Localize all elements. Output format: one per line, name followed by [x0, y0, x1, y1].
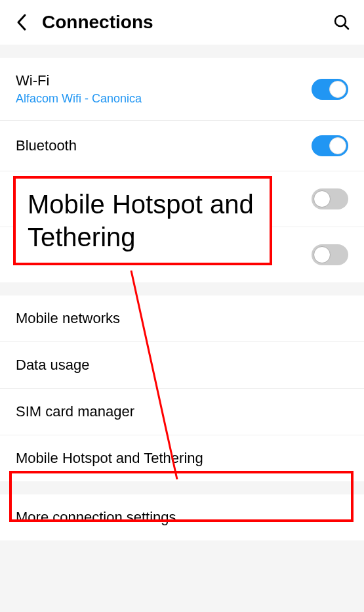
annotation-callout: Mobile Hotspot and Tethering: [13, 176, 272, 265]
page-title: Connections: [42, 12, 333, 33]
bluetooth-toggle[interactable]: [312, 135, 348, 156]
wifi-sub: Alfacom Wifi - Canonica: [16, 92, 312, 106]
callout-text: Mobile Hotspot and Tethering: [28, 190, 254, 251]
more-label: More connection settings: [16, 509, 176, 526]
wifi-label: Wi-Fi: [16, 72, 312, 89]
row-data-usage[interactable]: Data usage: [0, 342, 364, 389]
mobile-networks-label: Mobile networks: [16, 310, 120, 327]
row-more[interactable]: More connection settings: [0, 494, 364, 540]
back-icon[interactable]: [13, 14, 30, 31]
row-sim[interactable]: SIM card manager: [0, 389, 364, 435]
data-usage-label: Data usage: [16, 357, 90, 374]
row-hotspot[interactable]: Mobile Hotspot and Tethering: [0, 435, 364, 481]
header: Connections: [0, 0, 364, 45]
row-wifi[interactable]: Wi-Fi Alfacom Wifi - Canonica: [0, 58, 364, 121]
nfc-toggle[interactable]: [312, 188, 348, 209]
sim-label: SIM card manager: [16, 403, 134, 420]
search-icon[interactable]: [333, 13, 351, 32]
row-bluetooth[interactable]: Bluetooth: [0, 121, 364, 171]
wifi-toggle[interactable]: [312, 79, 348, 100]
section-network: Mobile networks Data usage SIM card mana…: [0, 295, 364, 481]
row-mobile-networks[interactable]: Mobile networks: [0, 295, 364, 342]
bluetooth-label: Bluetooth: [16, 137, 312, 154]
section-more: More connection settings: [0, 494, 364, 540]
airplane-toggle[interactable]: [312, 244, 348, 265]
hotspot-label: Mobile Hotspot and Tethering: [16, 450, 203, 467]
svg-line-1: [344, 25, 348, 29]
